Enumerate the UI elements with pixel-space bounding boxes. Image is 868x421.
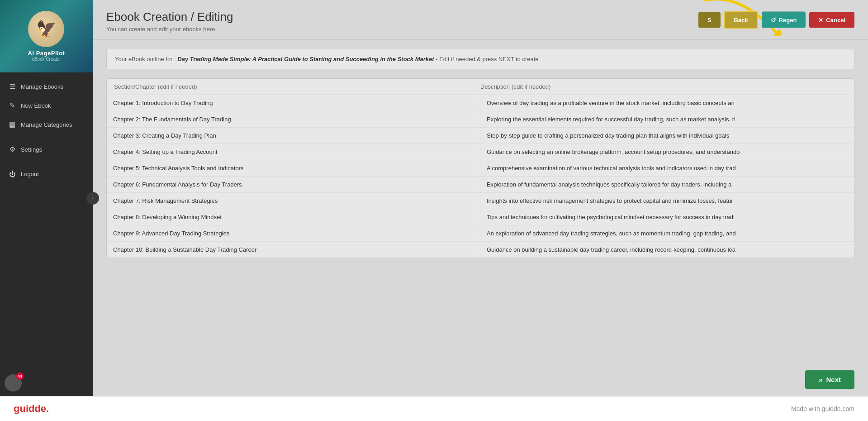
description-cell[interactable]: Insights into effective risk management … xyxy=(480,193,854,209)
main-content: Ebook Creation / Editing You can create … xyxy=(93,0,868,396)
grid-icon: ▦ xyxy=(8,120,16,129)
outline-title: Day Trading Made Simple: A Practical Gui… xyxy=(177,56,434,62)
sidebar-divider xyxy=(0,137,93,137)
sidebar-item-label: Manage Ebooks xyxy=(21,83,63,90)
description-cell[interactable]: Overview of day trading as a profitable … xyxy=(480,95,854,111)
table-row[interactable]: Chapter 7: Risk Management StrategiesIns… xyxy=(107,193,854,209)
description-cell[interactable]: Guidance on building a sustainable day t… xyxy=(480,242,854,258)
sidebar-item-label: Manage Categories xyxy=(21,121,72,128)
description-cell[interactable]: Guidance on selecting an online brokerag… xyxy=(480,144,854,160)
chapter-cell[interactable]: Chapter 7: Risk Management Strategies xyxy=(107,193,480,209)
logo-sub: eBook Creator xyxy=(32,57,61,62)
list-icon: ☰ xyxy=(8,82,16,91)
header-actions: S Back ↺ Regen ✕ Cancel xyxy=(698,11,854,29)
chapters-table: Section/Chapter (edit if needed) Descrip… xyxy=(106,78,854,258)
settings-icon: ⚙ xyxy=(8,145,16,153)
sidebar-item-new-ebook[interactable]: ✎ New Ebook xyxy=(0,96,93,115)
page-header: Ebook Creation / Editing You can create … xyxy=(93,0,868,40)
chapter-cell[interactable]: Chapter 3: Creating a Day Trading Plan xyxy=(107,128,480,144)
chevron-left-icon: ‹ xyxy=(92,195,94,201)
table-row[interactable]: Chapter 10: Building a Sustainable Day T… xyxy=(107,242,854,258)
chapter-cell[interactable]: Chapter 5: Technical Analysis Tools and … xyxy=(107,160,480,176)
sidebar-item-label: Settings xyxy=(21,146,42,153)
sidebar-item-manage-categories[interactable]: ▦ Manage Categories xyxy=(0,115,93,134)
next-icon: » xyxy=(819,376,822,383)
brand-text: guidde. xyxy=(14,403,49,414)
notification-badge: 43 xyxy=(16,373,24,380)
sidebar-item-label: New Ebook xyxy=(21,102,51,109)
chapter-cell[interactable]: Chapter 1: Introduction to Day Trading xyxy=(107,95,480,111)
description-cell[interactable]: Exploring the essential elements require… xyxy=(480,111,854,127)
description-cell[interactable]: Step-by-step guide to crafting a persona… xyxy=(480,128,854,144)
table-row[interactable]: Chapter 2: The Fundamentals of Day Tradi… xyxy=(107,111,854,128)
footer: guidde. Made with guidde.com xyxy=(0,396,868,421)
sidebar-item-label: Logout xyxy=(21,171,39,177)
regen-label: Regen xyxy=(779,16,797,23)
table-row[interactable]: Chapter 4: Setting up a Trading AccountG… xyxy=(107,144,854,160)
table-row[interactable]: Chapter 3: Creating a Day Trading PlanSt… xyxy=(107,128,854,144)
table-row[interactable]: Chapter 5: Technical Analysis Tools and … xyxy=(107,160,854,177)
regen-icon: ↺ xyxy=(771,16,776,24)
logout-icon: ⏻ xyxy=(8,170,16,178)
footer-brand: guidde. xyxy=(14,403,49,415)
table-row[interactable]: Chapter 9: Advanced Day Trading Strategi… xyxy=(107,225,854,242)
col2-header: Description (edit if needed) xyxy=(480,83,847,90)
chapter-cell[interactable]: Chapter 6: Fundamental Analysis for Day … xyxy=(107,177,480,192)
sidebar-bottom: 43 xyxy=(0,370,93,396)
save-label: S xyxy=(707,16,711,23)
cancel-button[interactable]: ✕ Cancel xyxy=(809,12,854,28)
chapter-cell[interactable]: Chapter 2: The Fundamentals of Day Tradi… xyxy=(107,111,480,127)
outline-info: Your eBook outline for : Day Trading Mad… xyxy=(106,49,854,69)
chapter-cell[interactable]: Chapter 10: Building a Sustainable Day T… xyxy=(107,242,480,258)
description-cell[interactable]: Tips and techniques for cultivating the … xyxy=(480,209,854,225)
logo-icon: 🦅 xyxy=(28,11,64,47)
table-row[interactable]: Chapter 8: Developing a Winning MindsetT… xyxy=(107,209,854,225)
sidebar-divider-2 xyxy=(0,162,93,162)
chapter-cell[interactable]: Chapter 4: Setting up a Trading Account xyxy=(107,144,480,160)
table-body: Chapter 1: Introduction to Day TradingOv… xyxy=(107,95,854,258)
edit-icon: ✎ xyxy=(8,101,16,110)
outline-suffix: - Edit if needed & press NEXT to create xyxy=(434,56,539,62)
back-button[interactable]: Back xyxy=(724,11,758,29)
description-cell[interactable]: A comprehensive examination of various t… xyxy=(480,160,854,176)
description-cell[interactable]: An exploration of advanced day trading s… xyxy=(480,225,854,241)
avatar: 43 xyxy=(5,374,22,392)
regen-button[interactable]: ↺ Regen xyxy=(762,12,806,28)
chapter-cell[interactable]: Chapter 9: Advanced Day Trading Strategi… xyxy=(107,225,480,241)
sidebar-logo: 🦅 Ai PagePilot eBook Creator xyxy=(0,0,93,72)
table-row[interactable]: Chapter 1: Introduction to Day TradingOv… xyxy=(107,95,854,111)
cancel-label: Cancel xyxy=(826,16,845,23)
outline-prefix: Your eBook outline for : xyxy=(115,56,177,62)
description-cell[interactable]: Exploration of fundamental analysis tech… xyxy=(480,177,854,192)
sidebar-nav: ☰ Manage Ebooks ✎ New Ebook ▦ Manage Cat… xyxy=(0,72,93,370)
save-button[interactable]: S xyxy=(698,12,721,28)
chapter-cell[interactable]: Chapter 8: Developing a Winning Mindset xyxy=(107,209,480,225)
sidebar-toggle[interactable]: ‹ xyxy=(86,192,99,205)
cancel-icon: ✕ xyxy=(818,16,823,23)
sidebar-item-manage-ebooks[interactable]: ☰ Manage Ebooks xyxy=(0,77,93,96)
content-area: Your eBook outline for : Day Trading Mad… xyxy=(93,40,868,363)
col1-header: Section/Chapter (edit if needed) xyxy=(114,83,480,90)
next-btn-wrapper: » Next xyxy=(93,363,868,396)
logo-text: Ai PagePilot xyxy=(28,50,65,57)
next-label: Next xyxy=(826,376,841,383)
sidebar: 🦅 Ai PagePilot eBook Creator ☰ Manage Eb… xyxy=(0,0,93,396)
next-button[interactable]: » Next xyxy=(805,370,854,389)
table-header: Section/Chapter (edit if needed) Descrip… xyxy=(107,79,854,95)
back-label: Back xyxy=(734,16,748,23)
sidebar-item-logout[interactable]: ⏻ Logout xyxy=(0,165,93,183)
footer-text: Made with guidde.com xyxy=(791,405,854,412)
table-row[interactable]: Chapter 6: Fundamental Analysis for Day … xyxy=(107,177,854,193)
sidebar-item-settings[interactable]: ⚙ Settings xyxy=(0,140,93,159)
